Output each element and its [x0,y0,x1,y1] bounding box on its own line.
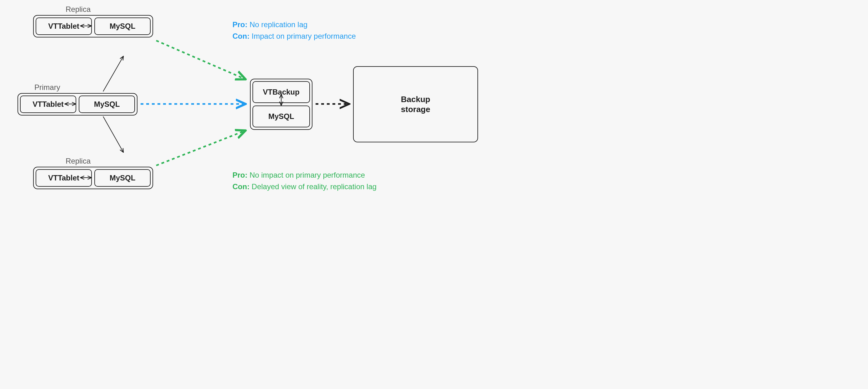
primary-mysql-box: MySQL [79,96,135,113]
replica1-mysql-box: MySQL [94,18,151,35]
green-pro-text: No impact on primary performance [250,171,365,179]
green-con-text: Delayed view of reality, replication lag [251,182,376,191]
storage-label-line1: Backup [401,95,430,104]
primary-to-replica1-arrow [103,56,123,92]
primary-box: VTTablet MySQL [18,93,137,116]
blue-annotation: Pro: No replication lag Con: Impact on p… [232,19,356,42]
primary-label: Primary [34,83,60,92]
replica1-box: VTTablet MySQL [33,15,153,37]
backup-box: VTBackup MySQL [250,79,312,130]
green-pro-label: Pro: [232,171,247,179]
blue-pro-label: Pro: [232,20,247,29]
replica2-to-backup-arrow [156,130,246,165]
blue-con-label: Con: [232,32,250,40]
backup-mysql-box: MySQL [252,105,310,127]
replica1-to-backup-arrow [156,41,246,79]
replica1-label: Replica [66,5,91,14]
diagram-canvas: Replica VTTablet MySQL Primary VTTablet … [0,0,488,219]
blue-pro-text: No replication lag [250,20,307,29]
replica1-vttablet-box: VTTablet [36,18,92,35]
replica2-vttablet-box: VTTablet [36,169,92,187]
backup-vtbackup-box: VTBackup [252,81,310,103]
replica2-mysql-box: MySQL [94,169,151,187]
replica2-label: Replica [66,157,91,165]
blue-con-text: Impact on primary performance [251,32,355,40]
storage-box: Backup storage [353,66,478,142]
green-annotation: Pro: No impact on primary performance Co… [232,169,376,192]
primary-vttablet-box: VTTablet [20,96,76,113]
replica2-box: VTTablet MySQL [33,167,153,189]
green-con-label: Con: [232,182,250,191]
primary-to-replica2-arrow [103,117,123,152]
storage-label-line2: storage [401,105,430,114]
